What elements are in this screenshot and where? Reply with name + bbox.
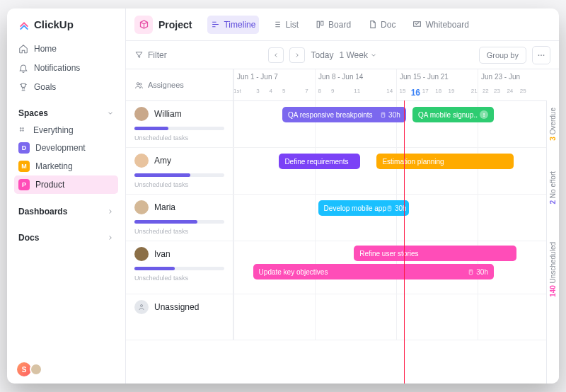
task-label: Update key objectives xyxy=(259,268,328,276)
prev-button[interactable] xyxy=(268,47,284,63)
svg-rect-5 xyxy=(321,21,323,25)
svg-point-8 xyxy=(541,54,542,56)
svg-point-10 xyxy=(137,82,139,84)
section-dash-label: Dashboards xyxy=(18,207,67,217)
day-label: 9 xyxy=(331,88,334,94)
tab-timeline[interactable]: Timeline xyxy=(207,16,259,34)
day-label: 25 xyxy=(520,88,526,94)
space-marketing[interactable]: M Marketing xyxy=(14,157,118,175)
today-button[interactable]: Today xyxy=(311,50,333,60)
people-icon xyxy=(134,81,144,90)
tab-whiteboard[interactable]: Whiteboard xyxy=(409,16,472,34)
tab-board[interactable]: Board xyxy=(312,16,354,34)
groupby-button[interactable]: Group by xyxy=(479,47,526,64)
overdue-count: 3 xyxy=(549,137,557,141)
next-button[interactable] xyxy=(289,47,305,63)
grid-icon xyxy=(18,126,28,135)
svg-point-9 xyxy=(543,54,545,56)
avatar[interactable] xyxy=(134,107,149,121)
avatar[interactable] xyxy=(134,154,149,168)
section-docs[interactable]: Docs xyxy=(14,227,118,246)
day-label: 14 xyxy=(386,88,393,94)
filter-button[interactable]: Filter xyxy=(134,50,167,60)
assignee-name: Amy xyxy=(154,156,171,166)
nav-goals[interactable]: Goals xyxy=(14,79,118,96)
task-bar[interactable]: QA responsive breakpoints30h xyxy=(282,107,406,122)
nav-home-label: Home xyxy=(34,44,57,54)
chevron-right-icon xyxy=(107,234,114,241)
week-label: Jun 8 - Jun 14 xyxy=(318,73,363,81)
user-avatar-2[interactable] xyxy=(30,363,42,376)
nav-notifications[interactable]: Notifications xyxy=(14,59,118,76)
more-button[interactable] xyxy=(532,46,550,64)
unscheduled-label[interactable]: Unscheduled tasks xyxy=(134,275,224,282)
task-bar[interactable]: Refine user stories xyxy=(354,246,516,261)
workload-bar xyxy=(134,173,224,177)
svg-point-2 xyxy=(20,129,21,131)
whiteboard-icon xyxy=(412,20,422,29)
space-development[interactable]: D Development xyxy=(14,139,118,157)
space-everything-label: Everything xyxy=(33,125,74,135)
day-label: 16 xyxy=(411,88,420,98)
assignees-column-header[interactable]: Assignees xyxy=(126,69,233,100)
task-bar[interactable]: Update key objectives30h xyxy=(253,264,494,279)
unassigned-icon xyxy=(134,300,149,314)
day-label: 11 xyxy=(354,88,360,94)
trophy-icon xyxy=(18,82,28,92)
svg-point-11 xyxy=(139,83,142,85)
workload-bar xyxy=(134,220,224,224)
task-label: Estimation planning xyxy=(382,158,444,166)
space-label: Marketing xyxy=(35,161,73,171)
unscheduled-label[interactable]: Unscheduled tasks xyxy=(134,228,224,235)
tab-label: Doc xyxy=(381,20,395,30)
task-label: Develop mobile app xyxy=(324,204,386,212)
user-avatar[interactable]: S xyxy=(17,362,31,376)
task-bar[interactable]: Estimation planning xyxy=(376,154,513,169)
tab-label: List xyxy=(285,20,299,30)
timeline-icon xyxy=(211,20,220,29)
task-label: Refine user stories xyxy=(359,250,418,258)
svg-point-15 xyxy=(141,305,143,307)
brand-name: ClickUp xyxy=(34,18,74,30)
space-product[interactable]: P Product xyxy=(14,175,118,194)
section-dashboards[interactable]: Dashboards xyxy=(14,201,118,220)
filter-label: Filter xyxy=(148,50,167,60)
space-badge: D xyxy=(18,142,30,154)
assignee-name: Ivan xyxy=(154,249,171,259)
space-everything[interactable]: Everything xyxy=(14,122,118,139)
day-label: 4 xyxy=(270,88,272,94)
day-label: 3 xyxy=(256,88,259,94)
week-label: Jun 23 - Jun xyxy=(481,73,520,81)
day-label: 5 xyxy=(282,88,285,94)
task-bar[interactable]: Define requirements xyxy=(279,154,360,169)
chevron-right-icon xyxy=(107,208,114,215)
project-title-text: Project xyxy=(158,19,192,30)
day-label: 7 xyxy=(305,88,308,94)
range-select[interactable]: 1 Week xyxy=(339,50,376,60)
chevron-right-icon xyxy=(294,52,301,59)
day-label: 1st xyxy=(233,88,241,94)
assignee-name: Maria xyxy=(154,202,175,212)
avatar[interactable] xyxy=(134,247,149,261)
task-label: Define requirements xyxy=(284,158,348,166)
svg-point-0 xyxy=(20,127,21,129)
chevron-down-icon xyxy=(107,110,114,117)
section-spaces-label: Spaces xyxy=(18,108,48,118)
overdue-label: Overdue xyxy=(549,108,557,134)
task-bar[interactable]: QA mobile signup..! xyxy=(412,107,494,122)
unscheduled-label[interactable]: Unscheduled tasks xyxy=(134,134,224,142)
section-spaces[interactable]: Spaces xyxy=(14,103,118,122)
nav-home[interactable]: Home xyxy=(14,40,118,57)
nav-goals-label: Goals xyxy=(34,82,56,92)
day-label: 8 xyxy=(318,88,321,94)
project-title[interactable]: Project xyxy=(134,16,192,34)
list-icon xyxy=(272,20,282,29)
date-header: Jun 1 - Jun 7Jun 8 - Jun 14Jun 15 - Jun … xyxy=(233,69,559,100)
tab-doc[interactable]: Doc xyxy=(364,16,399,34)
tab-list[interactable]: List xyxy=(269,16,302,34)
day-label: 18 xyxy=(435,88,441,94)
task-bar[interactable]: Develop mobile app30h xyxy=(318,200,410,216)
avatar[interactable] xyxy=(134,200,149,214)
brand-logo[interactable]: ClickUp xyxy=(14,18,118,30)
unscheduled-label[interactable]: Unscheduled tasks xyxy=(134,181,224,188)
